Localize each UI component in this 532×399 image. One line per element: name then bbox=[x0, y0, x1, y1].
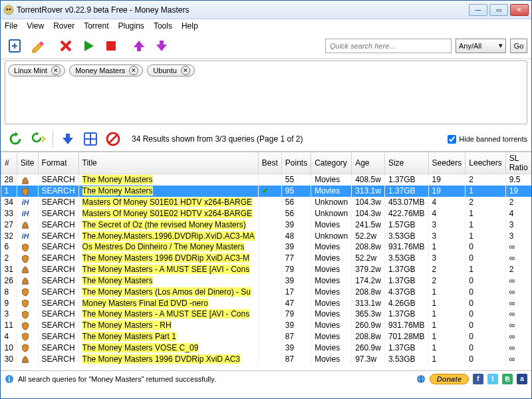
column-header[interactable]: Size bbox=[384, 152, 428, 174]
ban-button[interactable] bbox=[102, 128, 124, 150]
menu-torrent[interactable]: Torrent bbox=[84, 21, 108, 31]
results-info: 34 Results shown from 3/3 queries (Page … bbox=[132, 134, 446, 144]
column-header[interactable]: Best bbox=[258, 152, 281, 174]
cell-size: 3.53GB bbox=[384, 253, 428, 264]
cell-best bbox=[258, 264, 281, 275]
cell-best bbox=[258, 219, 281, 230]
info-icon: i bbox=[5, 374, 14, 384]
menu-file[interactable]: File bbox=[5, 21, 17, 31]
menu-view[interactable]: View bbox=[27, 21, 44, 31]
app-link-icon[interactable]: a bbox=[517, 374, 527, 384]
cell-best bbox=[258, 286, 281, 297]
edit-button[interactable] bbox=[27, 35, 49, 57]
menu-tools[interactable]: Tools bbox=[154, 21, 172, 31]
minimize-button[interactable]: — bbox=[469, 4, 487, 16]
cell-points: 56 bbox=[281, 197, 311, 208]
menu-plugins[interactable]: Plugins bbox=[118, 21, 144, 31]
results-table-wrap[interactable]: #SiteFormatTitleBestPointsCategoryAgeSiz… bbox=[1, 151, 531, 370]
table-row[interactable]: 28SEARCHThe Money Masters55Movies408.5w1… bbox=[1, 174, 532, 186]
table-row[interactable]: 4SEARCHThe Money Masters Part 187Movies2… bbox=[1, 331, 532, 342]
tag-close-icon[interactable]: ✕ bbox=[51, 66, 61, 75]
cell-slratio: 2 bbox=[505, 197, 531, 208]
cell-title: The Money Masters VOSE C_09 bbox=[78, 342, 258, 353]
table-row[interactable]: 11SEARCHThe Money Masters - RH39Movies26… bbox=[1, 320, 532, 331]
table-row[interactable]: 10SEARCHThe Money Masters VOSE C_0939Mov… bbox=[1, 342, 532, 353]
cell-num: 8 bbox=[1, 286, 17, 297]
hide-banned-checkbox[interactable]: Hide banned torrents bbox=[448, 135, 527, 144]
column-header[interactable]: Category bbox=[311, 152, 352, 174]
column-header[interactable]: SL Ratio bbox=[505, 152, 531, 174]
column-header[interactable]: Leechers bbox=[466, 152, 505, 174]
table-row[interactable]: 32iHSEARCHThe.Money.Masters.1996.DVDRip.… bbox=[1, 230, 532, 241]
table-row[interactable]: 6SEARCHOs Mestres Do Dinheiro / The Mone… bbox=[1, 241, 532, 253]
go-button[interactable]: Go bbox=[510, 39, 527, 53]
table-row[interactable]: 2SEARCHThe Money Masters 1996 DVDRip Xvi… bbox=[1, 253, 532, 264]
delete-button[interactable] bbox=[55, 35, 76, 57]
search-tag[interactable]: Money Masters✕ bbox=[69, 65, 143, 76]
cell-slratio: ∞ bbox=[505, 309, 531, 320]
cell-format: SEARCH bbox=[38, 186, 78, 197]
search-input[interactable] bbox=[325, 39, 452, 53]
cell-category: Movies bbox=[311, 241, 352, 253]
cell-num: 9 bbox=[1, 297, 17, 309]
cell-site bbox=[17, 253, 38, 264]
column-header[interactable]: Site bbox=[17, 152, 38, 174]
table-row[interactable]: 26SEARCHThe Money Masters39Movies174.2w1… bbox=[1, 275, 532, 286]
stop-button[interactable] bbox=[100, 35, 122, 57]
column-header[interactable]: Points bbox=[281, 152, 311, 174]
tag-close-icon[interactable]: ✕ bbox=[181, 66, 190, 75]
table-row[interactable]: 33iHSEARCHMasters Of Money S01E02 HDTV x… bbox=[1, 207, 532, 219]
maximize-button[interactable]: ▭ bbox=[489, 4, 508, 16]
cell-leechers: 0 bbox=[466, 309, 505, 320]
svg-point-0 bbox=[4, 5, 13, 15]
column-header[interactable]: Seeders bbox=[428, 152, 466, 174]
add-button[interactable] bbox=[5, 35, 26, 57]
twitter-icon[interactable]: t bbox=[487, 374, 498, 384]
results-toolbar: 34 Results shown from 3/3 queries (Page … bbox=[1, 127, 531, 151]
cell-points: 39 bbox=[281, 320, 311, 331]
column-header[interactable]: Format bbox=[38, 152, 78, 174]
table-row[interactable]: 8SEARCHThe Money Masters (Los Amos del D… bbox=[1, 286, 532, 297]
table-row[interactable]: 1SEARCHThe Money Masters✔95Movies313.1w1… bbox=[1, 186, 532, 197]
move-up-button[interactable] bbox=[128, 35, 150, 57]
cell-points: 79 bbox=[281, 264, 311, 275]
cell-age: 208.8w bbox=[352, 241, 385, 253]
tag-close-icon[interactable]: ✕ bbox=[129, 66, 138, 75]
menu-rover[interactable]: Rover bbox=[53, 21, 74, 31]
table-row[interactable]: 27SEARCHThe Secret of Oz (the revised Mo… bbox=[1, 219, 532, 230]
cell-format: SEARCH bbox=[38, 309, 78, 320]
search-tag[interactable]: Ubuntu✕ bbox=[147, 65, 194, 76]
details-button[interactable] bbox=[80, 128, 101, 150]
globe-icon[interactable] bbox=[416, 374, 426, 384]
cell-category: Movies bbox=[311, 331, 352, 342]
search-tag[interactable]: Linux Mint✕ bbox=[8, 65, 65, 76]
cell-slratio: ∞ bbox=[505, 353, 531, 364]
cell-leechers: 0 bbox=[466, 253, 505, 264]
share-icon[interactable]: ⎘ bbox=[502, 374, 513, 384]
close-button[interactable]: ✕ bbox=[510, 4, 529, 16]
column-header[interactable]: Title bbox=[78, 152, 258, 174]
column-header[interactable]: # bbox=[1, 152, 17, 174]
filter-combo[interactable]: Any/All▾ bbox=[456, 39, 506, 53]
cell-title: The Money Masters 1996 DVDRip XviD AC3 bbox=[78, 353, 258, 364]
refresh-all-button[interactable] bbox=[27, 128, 49, 150]
refresh-button[interactable] bbox=[5, 128, 26, 150]
facebook-icon[interactable]: f bbox=[473, 374, 483, 384]
play-button[interactable] bbox=[78, 35, 99, 57]
table-row[interactable]: 30SEARCHThe Money Masters 1996 DVDRip Xv… bbox=[1, 353, 532, 364]
download-button[interactable] bbox=[57, 128, 78, 150]
cell-seeders: 1 bbox=[428, 241, 466, 253]
cell-slratio: 19 bbox=[505, 186, 531, 197]
menu-help[interactable]: Help bbox=[182, 21, 198, 31]
donate-button[interactable]: Donate bbox=[430, 374, 469, 384]
cell-best bbox=[258, 309, 281, 320]
table-row[interactable]: 31SEARCHThe Money Masters - A MUST SEE [… bbox=[1, 264, 532, 275]
table-row[interactable]: 3SEARCHThe Money Masters - A MUST SEE [A… bbox=[1, 309, 532, 320]
column-header[interactable]: Age bbox=[352, 152, 385, 174]
move-down-button[interactable] bbox=[151, 35, 172, 57]
cell-leechers: 1 bbox=[466, 230, 505, 241]
cell-format: SEARCH bbox=[38, 342, 78, 353]
table-row[interactable]: 34iHSEARCHMasters Of Money S01E01 HDTV x… bbox=[1, 197, 532, 208]
cell-title: The Secret of Oz (the revised Money Mast… bbox=[78, 219, 258, 230]
table-row[interactable]: 9SEARCHMoney Masters Final Ed DVD -nero4… bbox=[1, 297, 532, 309]
